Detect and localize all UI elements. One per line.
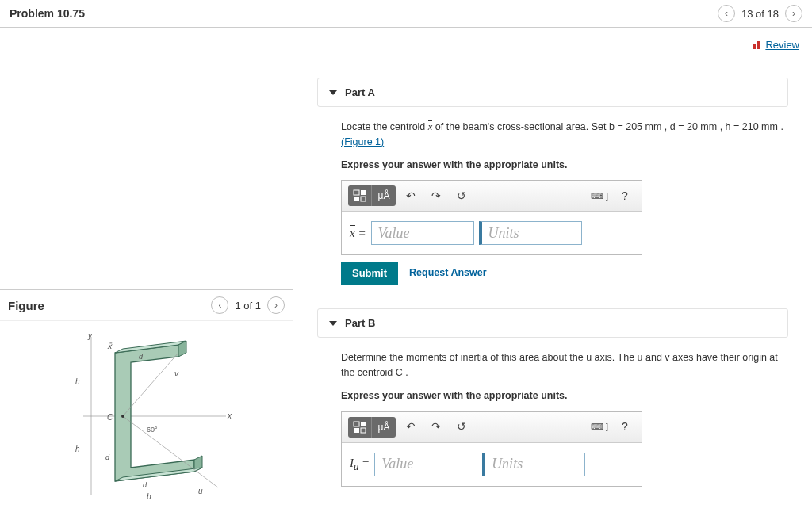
svg-text:v: v (174, 369, 179, 378)
part-b-value-input[interactable]: Value (374, 453, 477, 476)
templates-button[interactable] (348, 417, 372, 438)
part-b-instruction: Express your answer with the appropriate… (341, 388, 783, 403)
svg-text:h: h (75, 445, 80, 453)
svg-rect-28 (361, 422, 366, 426)
part-a-prompt: Locate the centroid x of the beam's cros… (341, 120, 783, 135)
svg-rect-24 (361, 190, 366, 195)
svg-rect-25 (354, 197, 359, 201)
undo-button[interactable]: ↶ (400, 186, 421, 205)
part-a-request-answer-link[interactable]: Request Answer (409, 266, 486, 281)
review-link[interactable]: Review (753, 39, 799, 51)
keyboard-button[interactable]: ⌨ ] (589, 186, 610, 205)
review-icon (753, 41, 762, 49)
templates-button[interactable] (348, 185, 372, 206)
problem-nav: ‹ 13 of 18 › (718, 5, 802, 22)
symbols-button[interactable]: μÅ (372, 185, 396, 206)
svg-text:h: h (75, 377, 80, 386)
figure-title: Figure (8, 299, 44, 312)
right-pane: Review Part A Locate the centroid x of t… (293, 28, 812, 515)
svg-rect-23 (354, 190, 359, 195)
redo-button[interactable]: ↷ (426, 186, 446, 205)
reset-button[interactable]: ↺ (451, 186, 472, 205)
part-a-var-label: x = (350, 224, 366, 243)
svg-text:x: x (227, 411, 232, 420)
svg-text:d: d (105, 453, 110, 461)
figure-image: y x v u h h x̄ d d d b C 60° (0, 320, 293, 511)
part-b-header[interactable]: Part B (317, 308, 788, 338)
svg-text:y: y (87, 331, 93, 340)
undo-button[interactable]: ↶ (400, 418, 421, 437)
caret-down-icon (329, 321, 337, 326)
svg-text:C: C (107, 413, 113, 422)
part-b-units-input[interactable]: Units (482, 453, 585, 476)
part-a-answer-box: μÅ ↶ ↷ ↺ ⌨ ] ? x = Value Units (341, 180, 642, 255)
keyboard-button[interactable]: ⌨ ] (589, 418, 610, 437)
part-a-submit-button[interactable]: Submit (341, 262, 398, 285)
part-a-value-input[interactable]: Value (371, 221, 474, 245)
svg-rect-27 (354, 422, 359, 426)
part-b-answer-box: μÅ ↶ ↷ ↺ ⌨ ] ? Iu = Value Units (341, 411, 642, 487)
caret-down-icon (329, 90, 337, 95)
part-a-units-input[interactable]: Units (479, 221, 582, 245)
part-b-var-label: Iu = (350, 454, 370, 475)
svg-text:d: d (143, 481, 147, 489)
svg-rect-30 (361, 428, 366, 433)
svg-text:b: b (147, 492, 151, 501)
help-button[interactable]: ? (615, 418, 635, 437)
problem-position: 13 of 18 (741, 8, 779, 20)
svg-point-22 (121, 415, 124, 418)
left-pane: Figure ‹ 1 of 1 › (0, 28, 293, 515)
svg-text:u: u (198, 487, 203, 495)
redo-button[interactable]: ↷ (426, 418, 446, 437)
svg-rect-29 (354, 428, 359, 433)
part-b-title: Part B (345, 317, 375, 329)
prev-figure-button[interactable]: ‹ (211, 296, 228, 314)
prev-problem-button[interactable]: ‹ (718, 5, 735, 22)
part-a-instruction: Express your answer with the appropriate… (341, 158, 783, 173)
part-a-title: Part A (345, 86, 375, 98)
reset-button[interactable]: ↺ (451, 418, 472, 437)
svg-text:60°: 60° (147, 426, 158, 434)
svg-text:x̄: x̄ (107, 342, 113, 350)
help-button[interactable]: ? (615, 186, 635, 205)
svg-rect-26 (361, 197, 366, 201)
next-problem-button[interactable]: › (785, 5, 802, 22)
next-figure-button[interactable]: › (267, 296, 285, 314)
symbols-button[interactable]: μÅ (372, 417, 396, 438)
problem-title: Problem 10.75 (10, 7, 85, 20)
part-b-prompt: Determine the moments of inertia of this… (341, 350, 783, 380)
figure-1-link[interactable]: (Figure 1) (341, 136, 384, 147)
figure-position: 1 of 1 (235, 300, 261, 312)
part-a-header[interactable]: Part A (317, 78, 788, 107)
